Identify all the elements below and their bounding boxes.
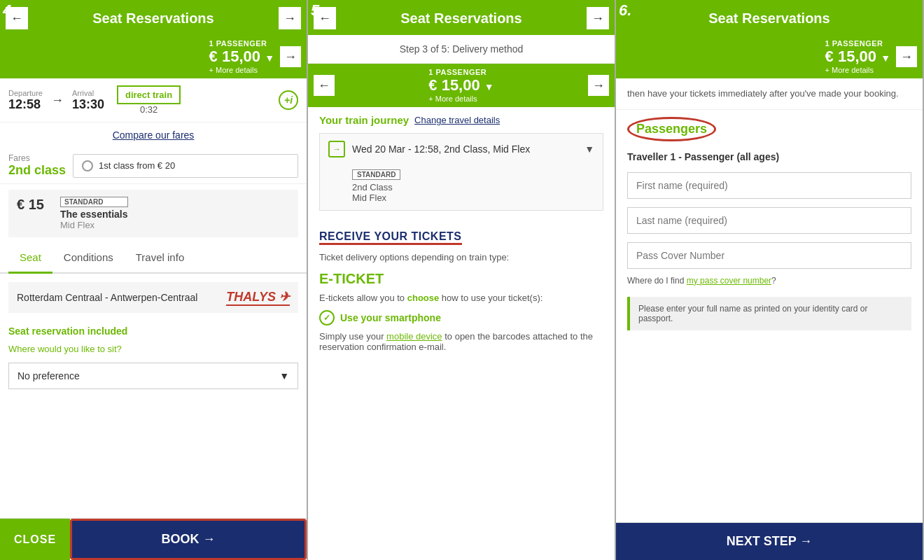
- first-name-input[interactable]: [627, 172, 911, 199]
- panel2-journey-card: → Wed 20 Mar - 12:58, 2nd Class, Mid Fle…: [319, 133, 603, 211]
- eticket-desc: E-tickets allow you to choose how to use…: [319, 293, 603, 303]
- panel1-arrival-block: Arrival 13:30: [72, 89, 104, 112]
- panel1-tabs: Seat Conditions Travel info: [0, 243, 307, 274]
- panel1-fares-section: Fares 2nd class 1st class from € 20: [0, 148, 307, 184]
- panel1-header-title: Seat Reservations: [92, 10, 214, 27]
- standard-tag-2: STANDARD: [352, 169, 400, 180]
- panel1-first-class-option[interactable]: 1st class from € 20: [73, 154, 298, 178]
- thalys-logo: THALYS ✈: [226, 289, 290, 306]
- panel1-sub-forward-button[interactable]: →: [280, 46, 301, 67]
- panel2-receive-tickets: RECEIVE YOUR TICKETS Ticket delivery opt…: [308, 219, 615, 363]
- pass-cover-link[interactable]: my pass cover number: [687, 276, 771, 286]
- panel1-train-info: Departure 12:58 → Arrival 13:30 direct t…: [0, 78, 307, 122]
- passengers-section-title: Passengers: [616, 110, 923, 146]
- identity-info-box: Please enter your full name as printed o…: [627, 297, 911, 330]
- panel3-more-details: + More details: [825, 66, 890, 74]
- check-icon: ✓: [319, 310, 335, 326]
- panel3-content: then have your tickets immediately after…: [616, 78, 923, 522]
- journey-card-detail: STANDARD 2nd Class Mid Flex: [320, 164, 603, 210]
- tab-travel-info[interactable]: Travel info: [125, 243, 195, 274]
- smartphone-desc: Simply use your mobile device to open th…: [319, 331, 603, 352]
- radio-button[interactable]: [82, 160, 93, 172]
- tab-seat[interactable]: Seat: [8, 243, 52, 274]
- panel2-step-info: Step 3 of 5: Delivery method: [308, 35, 615, 64]
- next-step-button[interactable]: NEXT STEP →: [616, 523, 923, 560]
- panel2-sub-forward-button[interactable]: →: [588, 75, 609, 96]
- panel3-sub-forward-button[interactable]: →: [896, 46, 917, 67]
- panel3-intro-text: then have your tickets immediately after…: [616, 78, 923, 110]
- standard-tag-1: STANDARD: [60, 197, 128, 207]
- receive-tickets-title: RECEIVE YOUR TICKETS: [319, 230, 462, 245]
- journey-card-row: → Wed 20 Mar - 12:58, 2nd Class, Mid Fle…: [320, 134, 603, 164]
- journey-class: 2nd Class: [352, 182, 594, 192]
- change-details-link[interactable]: Change travel details: [414, 115, 500, 125]
- traveller-label: Traveller 1 - Passenger (all ages): [616, 146, 923, 168]
- panel1-footer: CLOSE BOOK →: [0, 518, 307, 560]
- panel1-departure-block: Departure 12:58: [8, 89, 43, 112]
- panel2-sub-header: ← 1 PASSENGER € 15,00 ▼ + More details →: [308, 64, 615, 107]
- seat-included-label: Seat reservation included: [0, 321, 307, 341]
- panel2-header: 5. ← Seat Reservations →: [308, 0, 615, 35]
- step-number-3: 6.: [619, 1, 631, 20]
- panel1-direct-train: direct train: [117, 85, 181, 104]
- panel1-fares-label-block: Fares 2nd class: [8, 153, 66, 178]
- panel1-header: 4. ← Seat Reservations →: [0, 0, 307, 35]
- panel1-fare-card: € 15 STANDARD The essentials Mid Flex: [8, 190, 298, 237]
- panel2-content: Your train journey Change travel details…: [308, 107, 615, 560]
- panel1-more-details: + More details: [209, 66, 274, 74]
- eticket-title: E-TICKET: [319, 271, 603, 287]
- panel3-footer: NEXT STEP →: [616, 522, 923, 560]
- panel2-passenger-count: 1 PASSENGER: [428, 68, 493, 76]
- journey-icon: →: [328, 141, 345, 158]
- compare-fares-link[interactable]: Compare our fares: [0, 122, 307, 148]
- panel3-price-block: 1 PASSENGER € 15,00 ▼ + More details: [825, 39, 890, 74]
- book-button[interactable]: BOOK →: [70, 519, 307, 560]
- panel3-header: 6. Seat Reservations: [616, 0, 923, 35]
- tab-conditions[interactable]: Conditions: [52, 243, 125, 274]
- panel1-forward-button[interactable]: →: [279, 7, 301, 29]
- panel2-journey-header: Your train journey Change travel details: [308, 107, 615, 133]
- panel3-price: € 15,00 ▼: [825, 48, 890, 66]
- no-preference-dropdown[interactable]: No preference ▼: [8, 363, 298, 389]
- panel2-price-block: 1 PASSENGER € 15,00 ▼ + More details: [428, 68, 493, 103]
- panel3-passenger-count: 1 PASSENGER: [825, 39, 890, 48]
- use-smartphone-row: ✓ Use your smartphone: [319, 310, 603, 326]
- panel3-sub-header: 1 PASSENGER € 15,00 ▼ + More details →: [616, 35, 923, 78]
- panel2-more-details: + More details: [428, 94, 493, 103]
- panel2-price: € 15,00 ▼: [428, 76, 493, 94]
- where-sit-label: Where would you like to sit?: [0, 341, 307, 360]
- panel2-sub-back-button[interactable]: ←: [314, 75, 335, 96]
- panel1-price-block: 1 PASSENGER € 15,00 ▼ + More details: [209, 39, 274, 74]
- panel-1: 4. ← Seat Reservations → 1 PASSENGER € 1…: [0, 0, 308, 560]
- panel-2: 5. ← Seat Reservations → Step 3 of 5: De…: [308, 0, 616, 560]
- panel1-passenger-count: 1 PASSENGER: [209, 39, 274, 48]
- panel1-sub-header: 1 PASSENGER € 15,00 ▼ + More details →: [0, 35, 307, 78]
- panel1-back-button[interactable]: ←: [6, 7, 28, 29]
- mobile-device-link[interactable]: mobile device: [386, 331, 442, 342]
- pass-cover-input[interactable]: [627, 242, 911, 269]
- panel3-header-title: Seat Reservations: [708, 10, 830, 27]
- panel1-info-button[interactable]: +i: [279, 90, 298, 110]
- panel1-content: Compare our fares Fares 2nd class 1st cl…: [0, 122, 307, 518]
- close-button[interactable]: CLOSE: [0, 519, 70, 560]
- passengers-label: Passengers: [627, 117, 716, 141]
- ticket-delivery-text: Ticket delivery options depending on tra…: [319, 252, 603, 262]
- use-smartphone-label: Use your smartphone: [340, 312, 441, 323]
- panel1-route-card: Rotterdam Centraal - Antwerpen-Centraal …: [8, 282, 298, 313]
- panel2-forward-button[interactable]: →: [587, 7, 609, 29]
- journey-flex: Mid Flex: [352, 192, 594, 203]
- panel1-time-arrow: →: [51, 93, 64, 108]
- panel-3: 6. Seat Reservations 1 PASSENGER € 15,00…: [616, 0, 924, 560]
- panel2-back-button[interactable]: ←: [314, 7, 336, 29]
- panel2-header-title: Seat Reservations: [400, 10, 522, 27]
- panel1-price: € 15,00 ▼: [209, 48, 274, 66]
- pass-cover-link-text: Where do I find my pass cover number?: [616, 273, 923, 291]
- last-name-input[interactable]: [627, 207, 911, 234]
- panel1-fare-desc: STANDARD The essentials Mid Flex: [60, 197, 128, 230]
